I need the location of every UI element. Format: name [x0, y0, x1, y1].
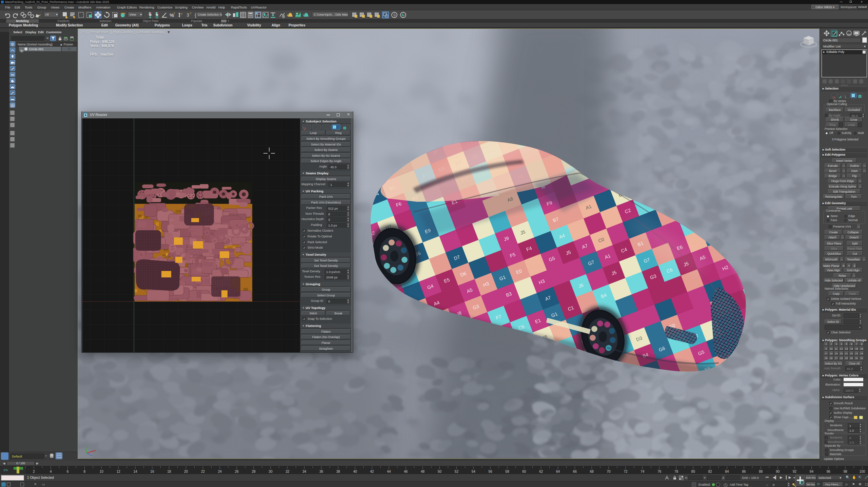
svg-text:?: ?	[190, 12, 191, 15]
svg-text:100: 100	[860, 470, 865, 473]
svg-text:88: 88	[759, 470, 763, 473]
svg-text:6: 6	[67, 470, 69, 473]
svg-text:72: 72	[624, 470, 628, 473]
svg-text:48: 48	[421, 470, 425, 473]
svg-text:68: 68	[590, 470, 594, 473]
svg-text:82: 82	[708, 470, 712, 473]
svg-text:50: 50	[438, 470, 442, 473]
svg-text:18: 18	[167, 470, 171, 473]
svg-text:3: 3	[186, 12, 189, 18]
svg-text:30: 30	[269, 470, 273, 473]
svg-text:12: 12	[117, 470, 121, 473]
svg-text:66: 66	[573, 470, 577, 473]
svg-text:24: 24	[218, 470, 222, 473]
svg-text:74: 74	[640, 470, 645, 473]
svg-text:70: 70	[607, 470, 611, 473]
svg-text:78: 78	[674, 470, 678, 473]
svg-text:58: 58	[505, 470, 509, 473]
svg-text:34: 34	[302, 470, 307, 473]
svg-text:92: 92	[793, 470, 797, 473]
svg-text:20: 20	[184, 470, 188, 473]
svg-text:80: 80	[691, 470, 695, 473]
svg-text:60: 60	[522, 470, 526, 473]
svg-text:52: 52	[455, 470, 459, 473]
svg-text:46: 46	[404, 470, 408, 473]
svg-text:86: 86	[742, 470, 746, 473]
svg-text:64: 64	[556, 470, 560, 473]
svg-text:62: 62	[539, 470, 543, 473]
svg-text:?: ?	[181, 13, 182, 16]
svg-text:32: 32	[285, 470, 290, 473]
svg-text:40: 40	[353, 470, 357, 473]
svg-text:8: 8	[84, 470, 86, 473]
svg-text:90: 90	[776, 470, 780, 473]
svg-text:56: 56	[489, 470, 493, 473]
svg-text:42: 42	[370, 470, 374, 473]
svg-text:44: 44	[387, 470, 391, 473]
svg-text:84: 84	[725, 470, 729, 473]
svg-text:38: 38	[336, 470, 340, 473]
svg-text:54: 54	[472, 470, 476, 473]
svg-text:2: 2	[33, 470, 35, 473]
svg-text:4: 4	[50, 470, 52, 473]
svg-text:98: 98	[844, 470, 848, 473]
svg-text:96: 96	[827, 470, 831, 473]
svg-text:22: 22	[201, 470, 205, 473]
svg-text:36: 36	[319, 470, 323, 473]
svg-text:16: 16	[150, 470, 154, 473]
svg-text:S: S	[393, 13, 396, 17]
svg-text:94: 94	[810, 470, 814, 473]
svg-text:14: 14	[133, 470, 137, 473]
svg-text:?: ?	[173, 12, 175, 15]
svg-text:76: 76	[657, 470, 662, 473]
svg-text:28: 28	[252, 470, 256, 473]
svg-text:10: 10	[100, 470, 104, 473]
svg-text:26: 26	[235, 470, 239, 473]
